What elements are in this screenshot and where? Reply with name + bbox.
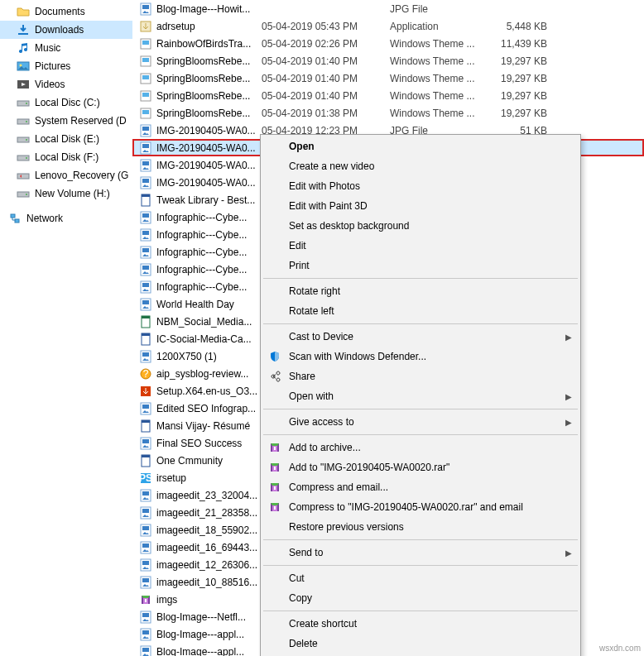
rar-icon <box>267 480 282 495</box>
menu-item[interactable]: Delete <box>262 634 579 654</box>
menu-label: Create a new video <box>289 160 555 172</box>
svg-rect-56 <box>142 352 149 357</box>
svg-rect-40 <box>142 213 149 218</box>
nav-item[interactable]: System Reserved (D <box>0 112 132 130</box>
menu-item[interactable]: Rotate right <box>262 281 579 301</box>
file-name: imageedit_16_69443... <box>156 542 257 553</box>
menu-item[interactable]: Send to▶ <box>262 543 579 563</box>
file-date: 05-04-2019 02:26 PM <box>262 38 390 50</box>
file-row[interactable]: SpringBloomsRebe...05-04-2019 01:38 PMWi… <box>132 104 644 122</box>
file-name: imgs <box>156 594 177 606</box>
menu-item[interactable]: Open with▶ <box>262 386 579 406</box>
menu-separator <box>263 409 578 409</box>
svg-rect-11 <box>17 174 29 179</box>
file-name: IMG-20190405-WA0... <box>156 160 256 171</box>
file-name: Blog-Image---Howit... <box>156 3 250 15</box>
file-row[interactable]: SpringBloomsRebe...05-04-2019 01:40 PMWi… <box>132 69 644 87</box>
menu-item[interactable]: Share <box>262 366 579 386</box>
menu-label: Give access to <box>289 416 555 428</box>
menu-item[interactable]: Add to "IMG-20190405-WA0020.rar" <box>262 457 579 477</box>
svg-text:PS: PS <box>139 472 152 484</box>
file-name: Blog-Image---appl... <box>156 629 244 640</box>
nav-item[interactable]: Videos <box>0 75 132 93</box>
file-type: Windows Theme ... <box>390 73 497 84</box>
nav-item[interactable]: Lenovo_Recovery (G <box>0 166 132 184</box>
file-row[interactable]: SpringBloomsRebe...05-04-2019 01:40 PMWi… <box>132 87 644 104</box>
nav-label: Downloads <box>35 24 84 36</box>
file-name: imageedit_12_26306... <box>156 559 257 571</box>
svg-point-13 <box>26 194 27 195</box>
menu-item[interactable]: Scan with Windows Defender... <box>262 347 579 366</box>
doc-icon <box>139 194 152 207</box>
file-row[interactable]: SpringBloomsRebe...05-04-2019 01:40 PMWi… <box>132 52 644 69</box>
svg-point-10 <box>26 157 27 159</box>
menu-separator <box>263 278 578 279</box>
menu-label: Edit with Photos <box>289 180 555 192</box>
nav-item[interactable]: Music <box>0 39 132 57</box>
file-row[interactable]: RainbowOfBirdsTra...05-04-2019 02:26 PMW… <box>132 35 644 52</box>
svg-rect-82 <box>145 599 147 602</box>
nav-label: System Reserved (D <box>35 115 127 127</box>
file-name: adrsetup <box>156 21 195 32</box>
svg-rect-89 <box>274 447 276 450</box>
jpg-icon <box>139 246 152 259</box>
menu-item[interactable]: Edit <box>262 236 579 256</box>
nav-item[interactable]: Local Disk (E:) <box>0 130 132 148</box>
jpg-icon <box>139 124 152 137</box>
nav-item[interactable]: Documents <box>0 2 132 21</box>
nav-item[interactable]: New Volume (H:) <box>0 184 132 203</box>
menu-item[interactable]: Set as desktop background <box>262 216 579 236</box>
menu-item[interactable]: Rotate left <box>262 301 579 321</box>
svg-rect-30 <box>142 127 149 131</box>
menu-item[interactable]: Compress and email... <box>262 477 579 497</box>
svg-rect-73 <box>142 509 149 513</box>
file-name: One Cmmunity <box>156 455 223 467</box>
file-name: Tweak Library - Best... <box>156 194 255 206</box>
nav-item[interactable]: Network <box>0 209 132 227</box>
videos-icon <box>17 78 30 91</box>
menu-label: Open with <box>289 390 555 402</box>
doc-icon <box>139 454 152 467</box>
menu-item[interactable]: Edit with Photos <box>262 176 579 196</box>
menu-item[interactable]: Copy <box>262 588 579 608</box>
drive-icon <box>17 187 30 200</box>
drive-icon <box>17 151 30 164</box>
file-size: 19,297 KB <box>497 73 555 84</box>
file-type: Application <box>390 21 497 32</box>
svg-rect-81 <box>142 578 149 582</box>
menu-item[interactable]: Compress to "IMG-20190405-WA0020.rar" an… <box>262 497 579 517</box>
menu-label: Cast to Device <box>289 331 555 342</box>
nav-item[interactable]: Downloads <box>0 21 132 39</box>
svg-rect-42 <box>142 231 149 235</box>
menu-item[interactable]: Create shortcut <box>262 614 579 634</box>
menu-item[interactable]: Cut <box>262 568 579 588</box>
chm-icon: ? <box>139 367 152 381</box>
svg-rect-52 <box>142 316 150 318</box>
nav-item[interactable]: Pictures <box>0 57 132 75</box>
menu-item[interactable]: Give access to▶ <box>262 412 579 432</box>
nav-item[interactable]: Local Disk (F:) <box>0 148 132 166</box>
menu-item[interactable]: Restore previous versions <box>262 517 579 537</box>
jpg-icon <box>139 489 152 502</box>
menu-label: Set as desktop background <box>289 220 555 232</box>
menu-item[interactable]: Cast to Device▶ <box>262 327 579 347</box>
menu-item[interactable]: Print <box>262 256 579 275</box>
menu-item[interactable]: Edit with Paint 3D <box>262 196 579 216</box>
menu-item[interactable]: Add to archive... <box>262 438 579 457</box>
file-size: 5,448 KB <box>497 21 555 32</box>
nav-label: New Volume (H:) <box>35 188 110 199</box>
menu-item[interactable]: Create a new video <box>262 156 579 176</box>
file-row[interactable]: adrsetup05-04-2019 05:43 PMApplication5,… <box>132 17 644 35</box>
jpg-icon <box>139 506 152 520</box>
menu-item[interactable]: Open <box>262 136 579 156</box>
nav-item[interactable]: Local Disc (C:) <box>0 93 132 112</box>
file-name: Infographic---Cybe... <box>156 229 247 241</box>
file-row[interactable]: Blog-Image---Howit...JPG File <box>132 0 644 17</box>
file-size: 19,297 KB <box>497 108 555 119</box>
rar-icon <box>267 460 282 475</box>
file-name: SpringBloomsRebe... <box>156 73 250 84</box>
file-name: Blog-Image---Netfl... <box>156 611 246 623</box>
file-name: Blog-Image---appl... <box>156 646 244 657</box>
svg-rect-88 <box>142 648 149 652</box>
svg-rect-48 <box>142 283 149 287</box>
